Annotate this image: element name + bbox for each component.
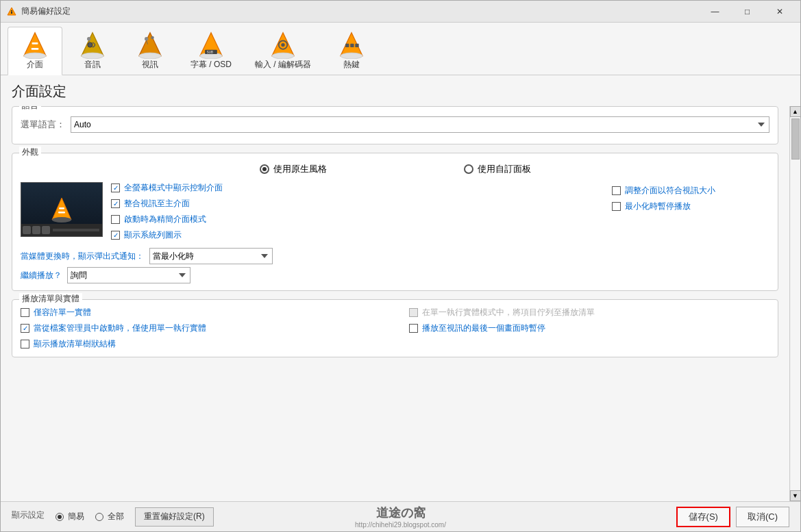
tab-interface[interactable]: 介面 (8, 27, 62, 75)
tab-bar: 介面 音訊 視訊 (1, 23, 800, 75)
notify-label: 當媒體更換時，顯示彈出式通知： (21, 251, 144, 262)
checkbox-systray-label: 顯示系統列圖示 (124, 229, 182, 241)
main-window: 簡易偏好設定 — □ ✕ 介面 音 (0, 0, 801, 532)
appearance-section: 外觀 使用原生風格 使用自訂面板 (12, 153, 778, 291)
reset-button[interactable]: 重置偏好設定(R) (135, 507, 214, 527)
svg-point-8 (82, 53, 103, 59)
checkbox-minimal[interactable]: 啟動時為精簡介面模式 (111, 214, 223, 225)
checkbox-pause-min-label: 最小化時暫停播放 (625, 201, 691, 212)
checkbox-single-instance-box (21, 308, 29, 317)
checkbox-pause-last[interactable]: 播放至視訊的最後一個畫面時暫停 (409, 322, 770, 334)
bottom-bar: 顯示設定 簡易 全部 重置偏好設定(R) 道途の窩 http://chihehi… (1, 501, 800, 531)
content-area: 語言 選單語言： Auto zh-TW zh-CN en 外觀 (1, 106, 800, 501)
checkbox-pause-min-box (612, 202, 621, 211)
continue-label: 繼續播放？ (21, 270, 62, 281)
checkbox-pause-last-label: 播放至視訊的最後一個畫面時暫停 (422, 322, 545, 334)
svg-point-16 (151, 36, 153, 39)
radio-all-circle (95, 513, 103, 521)
tab-hotkeys[interactable]: 熱鍵 (324, 27, 379, 75)
display-section-label: 顯示設定 (12, 509, 45, 521)
notify-select[interactable]: 當最小化時 永遠 從不 (149, 248, 273, 264)
notify-row: 當媒體更換時，顯示彈出式通知： 當最小化時 永遠 從不 (21, 248, 769, 264)
svg-rect-32 (59, 207, 64, 210)
maximize-button[interactable]: □ (732, 2, 763, 21)
checkbox-single-instance-label: 僅容許單一實體 (34, 307, 91, 318)
scroll-down-button[interactable]: ▼ (790, 490, 801, 501)
scroll-up-button[interactable]: ▲ (790, 106, 801, 117)
language-select[interactable]: Auto zh-TW zh-CN en (71, 116, 769, 133)
checkbox-show-tree-box (21, 340, 29, 349)
tab-video-label: 視訊 (142, 59, 158, 71)
svg-point-26 (341, 53, 362, 59)
tab-audio[interactable]: 音訊 (65, 27, 120, 75)
left-area: 全螢幕模式中顯示控制介面 整合視訊至主介面 啟動時為精簡介面模式 (21, 182, 598, 241)
radio-native[interactable]: 使用原生風格 (260, 163, 327, 175)
scrollbar[interactable]: ▲ ▼ (789, 106, 800, 501)
svg-rect-1 (11, 12, 12, 14)
tab-audio-icon (79, 31, 106, 59)
ctrl-btn-3 (42, 226, 50, 234)
radio-custom[interactable]: 使用自訂面板 (464, 163, 531, 175)
preview-cone-icon (51, 197, 73, 223)
ctrl-btn-2 (32, 226, 40, 234)
checkbox-minimal-label: 啟動時為精簡介面模式 (124, 214, 206, 225)
minimize-button[interactable]: — (700, 2, 730, 21)
checkbox-queue-items-box (409, 308, 418, 317)
checkbox-integrate[interactable]: 整合視訊至主介面 (111, 198, 223, 210)
checkbox-file-manager[interactable]: 當從檔案管理員中啟動時，僅使用單一執行實體 (21, 322, 382, 334)
checkbox-resize[interactable]: 調整介面以符合視訊大小 (612, 185, 769, 197)
appearance-radio-group: 使用原生風格 使用自訂面板 (21, 163, 769, 175)
save-button[interactable]: 儲存(S) (676, 507, 730, 527)
checkbox-fullscreen[interactable]: 全螢幕模式中顯示控制介面 (111, 182, 223, 194)
checkbox-integrate-box (111, 199, 120, 208)
watermark-line2: http://chihehi29.blogspot.com/ (355, 521, 446, 529)
bottom-right: 儲存(S) 取消(C) (676, 507, 789, 527)
display-radio-simple[interactable]: 簡易 (56, 511, 84, 522)
page-title: 介面設定 (1, 75, 800, 106)
checkbox-minimal-box (111, 215, 120, 224)
svg-rect-33 (58, 212, 65, 214)
svg-point-4 (24, 53, 46, 59)
scroll-thumb[interactable] (791, 118, 800, 160)
svg-rect-2 (11, 10, 12, 12)
tab-subtitles[interactable]: SUB 字幕 / OSD (180, 27, 242, 75)
ctrl-btn-1 (23, 226, 31, 234)
main-panel: 語言 選單語言： Auto zh-TW zh-CN en 外觀 (1, 106, 789, 501)
svg-rect-28 (350, 44, 354, 47)
vlc-title-icon (6, 6, 17, 17)
checkbox-queue-items: 在單一執行實體模式中，將項目佇列至播放清單 (409, 307, 770, 318)
tab-hotkeys-icon (338, 31, 365, 59)
checkbox-systray-box (111, 231, 120, 240)
svg-point-14 (145, 37, 148, 40)
window-controls: — □ ✕ (700, 2, 795, 21)
svg-point-13 (139, 53, 161, 59)
svg-rect-5 (32, 42, 38, 45)
bottom-left: 顯示設定 簡易 全部 重置偏好設定(R) (12, 507, 214, 527)
checkbox-show-tree[interactable]: 顯示播放清單樹狀結構 (21, 338, 382, 350)
tab-interface-icon (21, 31, 49, 59)
checkbox-systray[interactable]: 顯示系統列圖示 (111, 229, 223, 241)
display-radio-all[interactable]: 全部 (95, 511, 124, 522)
checkbox-file-manager-label: 當從檔案管理員中啟動時，僅使用單一執行實體 (34, 322, 206, 334)
playlist-inner: 僅容許單一實體 當從檔案管理員中啟動時，僅使用單一執行實體 顯示播放清單樹狀結構 (21, 307, 769, 350)
cancel-button[interactable]: 取消(C) (736, 507, 789, 527)
preview-controls (21, 224, 102, 236)
checkbox-fullscreen-box (111, 183, 120, 192)
checkbox-pause-min[interactable]: 最小化時暫停播放 (612, 201, 769, 212)
tab-video[interactable]: 視訊 (123, 27, 177, 75)
svg-marker-12 (139, 33, 161, 56)
continue-select[interactable]: 詢問 永遠 從不 (67, 267, 190, 283)
tab-input-icon (269, 31, 297, 59)
checkbox-single-instance[interactable]: 僅容許單一實體 (21, 307, 382, 318)
playlist-section: 播放清單與實體 僅容許單一實體 當從檔案管理員中啟動時，僅使用單一執行實體 (12, 299, 778, 357)
svg-rect-6 (32, 48, 39, 50)
radio-custom-label: 使用自訂面板 (478, 163, 531, 175)
tab-interface-label: 介面 (27, 59, 43, 71)
language-row-label: 選單語言： (21, 118, 65, 131)
tab-input[interactable]: 輸入 / 編解碼器 (245, 27, 321, 75)
playlist-section-label: 播放清單與實體 (19, 293, 82, 305)
radio-native-label: 使用原生風格 (273, 163, 327, 175)
tab-hotkeys-label: 熱鍵 (343, 59, 360, 71)
radio-simple-circle (56, 513, 64, 521)
close-button[interactable]: ✕ (764, 2, 795, 21)
